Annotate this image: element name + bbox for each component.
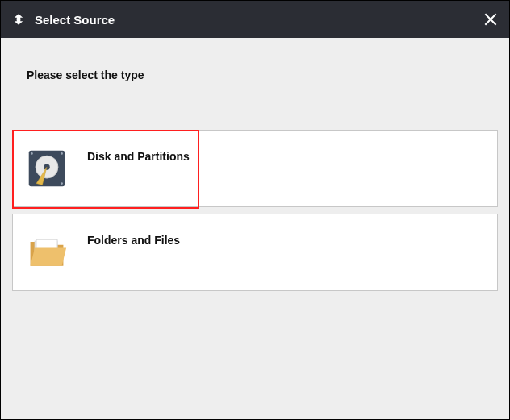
option-label: Folders and Files bbox=[87, 234, 180, 247]
option-folders-files[interactable]: Folders and Files bbox=[12, 214, 498, 291]
app-logo-icon bbox=[10, 11, 27, 27]
close-button[interactable] bbox=[482, 10, 500, 28]
options-list: Disk and Partitions Folders and Files bbox=[12, 130, 498, 291]
dialog-window: Select Source Please select the type bbox=[0, 0, 510, 420]
prompt-text: Please select the type bbox=[27, 69, 498, 81]
option-disk-partitions[interactable]: Disk and Partitions bbox=[12, 130, 498, 207]
titlebar: Select Source bbox=[1, 1, 509, 38]
dialog-title: Select Source bbox=[35, 13, 115, 27]
svg-point-6 bbox=[61, 152, 63, 155]
folder-icon bbox=[24, 230, 69, 275]
disk-icon bbox=[24, 146, 69, 191]
svg-point-5 bbox=[31, 152, 33, 155]
dialog-content: Please select the type Disk and Partit bbox=[1, 38, 509, 419]
close-icon bbox=[483, 11, 499, 27]
option-label: Disk and Partitions bbox=[87, 150, 190, 163]
svg-point-7 bbox=[61, 182, 63, 185]
